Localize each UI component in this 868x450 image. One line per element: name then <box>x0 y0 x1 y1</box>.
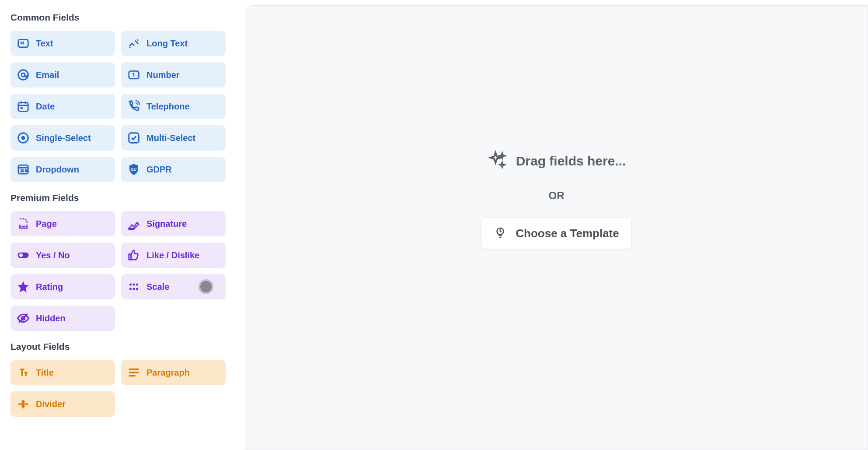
field-label: Long Text <box>146 39 188 49</box>
svg-point-9 <box>21 136 25 140</box>
field-label: Signature <box>146 219 187 229</box>
svg-text:EU: EU <box>131 167 136 172</box>
svg-point-16 <box>129 284 132 286</box>
svg-point-15 <box>19 253 23 257</box>
paragraph-icon <box>127 366 140 379</box>
common-fields-grid: Text Long Text Email Number Date <box>10 31 226 182</box>
svg-rect-7 <box>21 107 23 109</box>
scale-icon <box>127 280 140 293</box>
field-label: Email <box>36 70 59 80</box>
field-number[interactable]: Number <box>121 62 226 88</box>
cursor-indicator <box>199 279 213 294</box>
field-label: Page <box>36 219 57 229</box>
form-canvas[interactable]: Drag fields here... OR Choose a Template <box>245 5 868 450</box>
drop-hint: Drag fields here... <box>487 150 626 172</box>
section-title-common: Common Fields <box>10 12 226 23</box>
field-dropdown[interactable]: Dropdown <box>10 157 115 182</box>
field-label: Multi-Select <box>146 133 195 143</box>
date-icon <box>17 100 30 113</box>
field-multi-select[interactable]: Multi-Select <box>121 125 226 151</box>
sparkle-icon <box>487 150 507 172</box>
title-icon <box>17 366 30 379</box>
field-rating[interactable]: Rating <box>10 274 115 299</box>
field-email[interactable]: Email <box>10 62 115 88</box>
field-label: GDPR <box>146 165 172 175</box>
field-label: Text <box>36 39 53 49</box>
field-label: Number <box>146 70 180 80</box>
layout-fields-grid: Title Paragraph Divider <box>10 360 226 417</box>
svg-point-18 <box>136 284 138 286</box>
star-icon <box>17 280 30 293</box>
lightbulb-icon <box>494 226 507 241</box>
drop-hint-text: Drag fields here... <box>516 154 626 169</box>
field-label: Telephone <box>146 102 190 112</box>
field-label: Rating <box>36 282 63 292</box>
or-separator: OR <box>549 190 565 202</box>
field-date[interactable]: Date <box>10 94 115 119</box>
field-gdpr[interactable]: EU GDPR <box>121 157 226 182</box>
field-yes-no[interactable]: Yes / No <box>10 243 115 268</box>
toggle-icon <box>17 249 30 262</box>
multi-select-icon <box>127 131 140 144</box>
field-like-dislike[interactable]: Like / Dislike <box>121 243 226 268</box>
svg-rect-6 <box>18 102 28 111</box>
svg-point-1 <box>137 39 139 41</box>
field-label: Divider <box>36 399 66 409</box>
field-label: Scale <box>146 282 169 292</box>
signature-icon <box>127 217 140 230</box>
single-select-icon <box>17 131 30 144</box>
svg-point-19 <box>129 288 132 290</box>
premium-fields-grid: Page Signature Yes / No Like / Dislike R <box>10 211 226 331</box>
gdpr-icon: EU <box>127 163 140 176</box>
field-page[interactable]: Page <box>10 211 115 236</box>
field-label: Date <box>36 102 55 112</box>
field-signature[interactable]: Signature <box>121 211 226 236</box>
field-title[interactable]: Title <box>10 360 115 385</box>
svg-point-20 <box>133 288 135 290</box>
long-text-icon <box>127 37 140 50</box>
divider-icon <box>17 397 30 411</box>
section-title-premium: Premium Fields <box>10 193 226 203</box>
field-long-text[interactable]: Long Text <box>121 31 226 56</box>
field-single-select[interactable]: Single-Select <box>10 125 115 151</box>
svg-rect-12 <box>25 169 28 172</box>
svg-point-17 <box>133 284 135 286</box>
field-text[interactable]: Text <box>10 31 115 56</box>
thumbs-up-icon <box>127 249 140 262</box>
svg-point-2 <box>129 46 131 48</box>
field-telephone[interactable]: Telephone <box>121 94 226 119</box>
field-label: Yes / No <box>36 250 70 260</box>
dropdown-icon <box>17 163 30 176</box>
field-label: Dropdown <box>36 165 79 175</box>
field-label: Paragraph <box>146 368 190 378</box>
number-icon <box>127 68 140 81</box>
text-icon <box>17 37 30 50</box>
email-icon <box>17 68 30 81</box>
field-scale[interactable]: Scale <box>121 274 226 299</box>
section-title-layout: Layout Fields <box>10 341 226 352</box>
template-button-label: Choose a Template <box>516 227 619 240</box>
field-label: Hidden <box>36 313 66 323</box>
field-label: Title <box>36 368 54 378</box>
field-paragraph[interactable]: Paragraph <box>121 360 226 385</box>
fields-sidebar: Common Fields Text Long Text Email Numbe… <box>0 0 236 450</box>
field-hidden[interactable]: Hidden <box>10 306 115 331</box>
telephone-icon <box>127 100 140 113</box>
hidden-icon <box>17 312 30 325</box>
page-icon <box>17 217 30 230</box>
svg-point-21 <box>136 288 138 290</box>
field-label: Single-Select <box>36 133 91 143</box>
field-divider[interactable]: Divider <box>10 391 115 417</box>
choose-template-button[interactable]: Choose a Template <box>481 218 631 249</box>
field-label: Like / Dislike <box>146 250 199 260</box>
